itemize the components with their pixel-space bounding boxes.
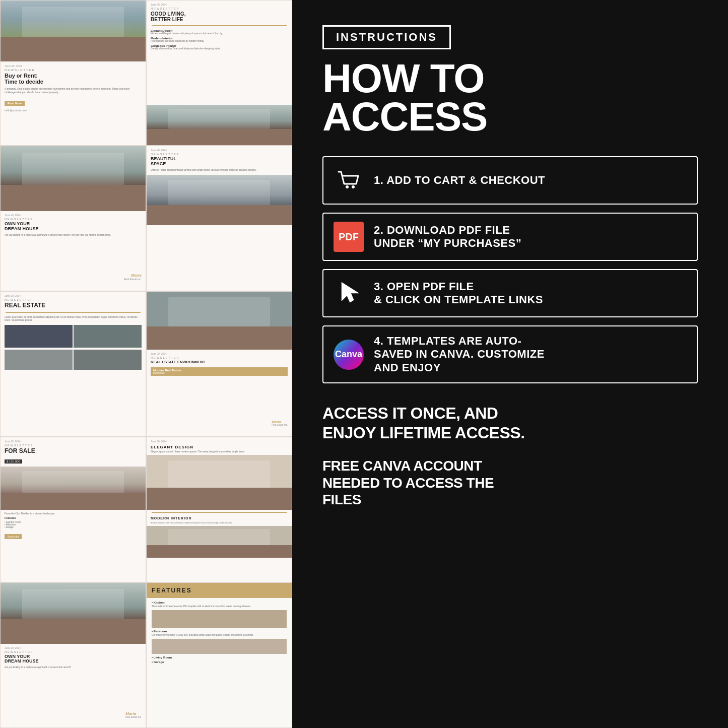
card7-title: FOR SALE <box>1 447 146 455</box>
card5-lorem: Lorem ipsum dolor sit amet, consectetur … <box>1 315 146 323</box>
card5-date: June 20, 2024 <box>1 292 146 298</box>
instructions-badge: INSTRUCTIONS <box>322 25 451 49</box>
card9-body: Are you looking for a real estate agent … <box>1 665 146 670</box>
card1-body: A property. Real estate can be an excell… <box>1 86 146 96</box>
card7-price: $ 130.000 <box>5 459 22 464</box>
svg-point-1 <box>352 185 355 188</box>
step-2-text: 2. DOWNLOAD PDF FILE UNDER “MY PURCHASES… <box>374 224 521 250</box>
preview-card-6: June 20, 2024 NEWSLETTER REAL ESTATE ENV… <box>146 291 292 437</box>
preview-card-1: June 20, 2024 NEWSLETTER Buy or Rent:Tim… <box>0 0 146 146</box>
card10-f4: • Garage <box>152 660 287 664</box>
card8-date: June 20, 2024 <box>147 437 292 444</box>
left-panel: June 20, 2024 NEWSLETTER Buy or Rent:Tim… <box>0 0 292 728</box>
cursor-icon <box>334 278 364 308</box>
step-4-text: 4. TEMPLATES ARE AUTO- SAVED IN CANVA. C… <box>374 335 545 374</box>
card1-date: June 20, 2024 <box>1 61 146 69</box>
card9-company: Real Estate Inc. <box>125 716 142 718</box>
card10-f3: • Living Room <box>152 656 287 659</box>
card8-body: Elegant space house in these modern spac… <box>147 450 292 455</box>
card9-date: June 20, 2024 <box>1 644 146 650</box>
svg-point-0 <box>346 185 349 188</box>
preview-card-4: June 20, 2024 NEWSLETTER BEAUTIFULSPACE … <box>146 146 292 291</box>
preview-card-10: FEATURES • Kitchen The modern kitchen me… <box>146 582 292 728</box>
card6-date: June 20, 2024 <box>147 350 292 356</box>
card3-body: Are you looking for a real estate agent … <box>1 233 146 238</box>
card1-title: Buy or Rent:Time to decide <box>1 72 146 86</box>
card10-f1: • Kitchen <box>152 601 287 604</box>
card2-s2-body: Representing the future influenced by mo… <box>151 40 288 43</box>
card6-title: REAL ESTATE ENVIRONMENT <box>147 359 292 365</box>
preview-card-3: June 20, 2024 NEWSLETTER OWN YOURDREAM H… <box>0 146 146 291</box>
steps-container: 1. ADD TO CART & CHECKOUT PDF 2. DOWNLOA… <box>322 156 698 383</box>
card5-title: REAL ESTATE <box>1 301 146 310</box>
card10-title: FEATURES <box>152 587 287 594</box>
card9-title: OWN YOURDREAM HOUSE <box>1 653 146 666</box>
card10-f1-desc: The modern kitchen measures 15ft complet… <box>152 605 287 608</box>
bottom-text-2: FREE CANVA ACCOUNTNEEDED TO ACCESS THEFI… <box>322 457 698 508</box>
card10-f2-desc: Our modern living room is 15x9 feet, pro… <box>152 634 287 637</box>
card4-body: Office or Public Building through Minima… <box>147 168 292 173</box>
right-panel: INSTRUCTIONS HOW TO ACCESS 1. ADD TO CAR… <box>292 0 728 728</box>
card1-footer: hello@yoursite.com <box>1 108 146 113</box>
card8-body2: Modern interiors with Finesse facade. Re… <box>147 521 292 524</box>
step-4-box: Canva 4. TEMPLATES ARE AUTO- SAVED IN CA… <box>322 325 698 383</box>
preview-card-2: June 20, 2024 NEWSLETTER GOOD LIVING,BET… <box>146 0 292 146</box>
card6-desc: Description <box>153 372 285 374</box>
card1-btn[interactable]: Read More <box>5 101 25 106</box>
pdf-icon: PDF <box>334 222 364 252</box>
cart-icon <box>334 165 364 195</box>
card7-date: June 20, 2024 <box>1 437 146 444</box>
step-1-text: 1. ADD TO CART & CHECKOUT <box>374 174 545 187</box>
card7-features-label: Features <box>1 515 146 521</box>
canva-icon: Canva <box>334 340 364 370</box>
preview-card-7: June 20, 2024 NEWSLETTER FOR SALE $ 130.… <box>0 437 146 582</box>
card8-subtitle: MODERN INTERIOR <box>147 515 292 521</box>
card3-company: Real Estate Inc. <box>124 278 142 281</box>
card4-title: BEAUTIFULSPACE <box>147 156 292 168</box>
step-2-box: PDF 2. DOWNLOAD PDF FILE UNDER “MY PURCH… <box>322 213 698 261</box>
card3-person: Maria <box>124 273 142 278</box>
preview-card-5: June 20, 2024 NEWSLETTER REAL ESTATE Lor… <box>0 291 146 437</box>
step-1-box: 1. ADD TO CART & CHECKOUT <box>322 156 698 205</box>
step-3-box: 3. OPEN PDF FILE & CLICK ON TEMPLATE LIN… <box>322 269 698 317</box>
card2-title: GOOD LIVING,BETTER LIFE <box>147 10 292 23</box>
card6-person: Maria <box>272 420 288 424</box>
card2-s1-body: Modern and Elegant Houses with plenty of… <box>151 32 288 35</box>
card4-date: June 20, 2024 <box>147 146 292 153</box>
card3-title: OWN YOURDREAM HOUSE <box>1 221 146 233</box>
card9-person: Maria <box>125 711 142 716</box>
preview-card-9: June 20, 2024 NEWSLETTER OWN YOURDREAM H… <box>0 582 146 728</box>
preview-card-8: June 20, 2024 ELEGANT DESIGN Elegant spa… <box>146 437 292 582</box>
card6-role: Real Estate Inc. <box>272 424 288 426</box>
card7-btn[interactable]: Subscribe <box>5 534 22 539</box>
card2-s3-body: Greatly influenced by Timex and Martynas… <box>151 47 288 50</box>
card10-f2: • Bedroom <box>152 630 287 633</box>
main-heading: HOW TO ACCESS <box>322 59 698 136</box>
bottom-text-1: ACCESS IT ONCE, ANDENJOY LIFETIME ACCESS… <box>322 404 698 442</box>
card2-date: June 20, 2024 <box>147 1 292 7</box>
card3-date: June 20, 2024 <box>1 211 146 218</box>
step-3-text: 3. OPEN PDF FILE & CLICK ON TEMPLATE LIN… <box>374 280 543 307</box>
card8-title: ELEGANT DESIGN <box>147 444 292 450</box>
